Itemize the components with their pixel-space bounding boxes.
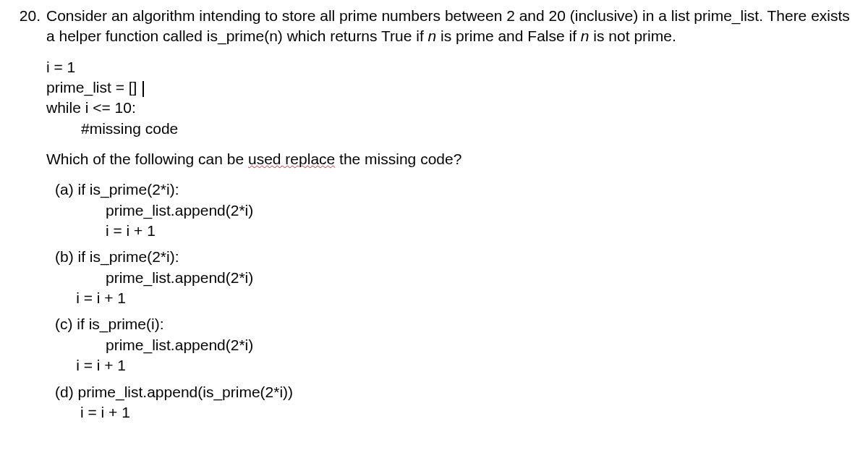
code-line-1: i = 1 [46, 57, 855, 77]
prompt-wavy: used replace [248, 151, 335, 167]
option-b-line2: prime_list.append(2*i) [55, 268, 855, 288]
question-stem: Consider an algorithm intending to store… [46, 6, 855, 47]
code-line-2: prime_list = [] [46, 77, 855, 98]
option-c-line3: i = i + 1 [55, 355, 855, 376]
code-line-2-text: prime_list = [] [46, 79, 141, 96]
code-line-3: while i <= 10: [46, 98, 855, 118]
option-c-line1: (c) if is_prime(i): [55, 314, 855, 334]
options-list: (a) if is_prime(2*i): prime_list.append(… [55, 179, 855, 423]
code-block: i = 1 prime_list = [] while i <= 10: #mi… [46, 57, 855, 139]
stem-italic-2: n [581, 27, 590, 44]
question-prompt: Which of the following can be used repla… [46, 149, 855, 169]
option-c: (c) if is_prime(i): prime_list.append(2*… [55, 314, 855, 376]
prompt-before: Which of the following can be [46, 151, 248, 167]
option-c-line2: prime_list.append(2*i) [55, 335, 855, 355]
option-a-line1: (a) if is_prime(2*i): [55, 179, 855, 200]
option-a-line2: prime_list.append(2*i) [55, 200, 855, 221]
option-a: (a) if is_prime(2*i): prime_list.append(… [55, 179, 855, 241]
stem-italic-1: n [428, 27, 437, 44]
question-body: Consider an algorithm intending to store… [46, 6, 855, 428]
option-d-line2: i = i + 1 [55, 402, 855, 423]
text-cursor [142, 81, 144, 97]
stem-text-2: is prime and False if [436, 27, 581, 44]
option-d: (d) prime_list.append(is_prime(2*i)) i =… [55, 382, 855, 423]
stem-text-3: is not prime. [590, 27, 676, 44]
option-b: (b) if is_prime(2*i): prime_list.append(… [55, 247, 855, 308]
option-b-line1: (b) if is_prime(2*i): [55, 247, 855, 267]
option-d-line1: (d) prime_list.append(is_prime(2*i)) [55, 382, 855, 402]
prompt-after: the missing code? [335, 151, 461, 167]
option-b-line3: i = i + 1 [55, 288, 855, 308]
question-container: 20. Consider an algorithm intending to s… [13, 6, 855, 428]
code-line-4: #missing code [46, 119, 855, 139]
question-number: 20. [13, 6, 41, 428]
option-a-line3: i = i + 1 [55, 221, 855, 241]
